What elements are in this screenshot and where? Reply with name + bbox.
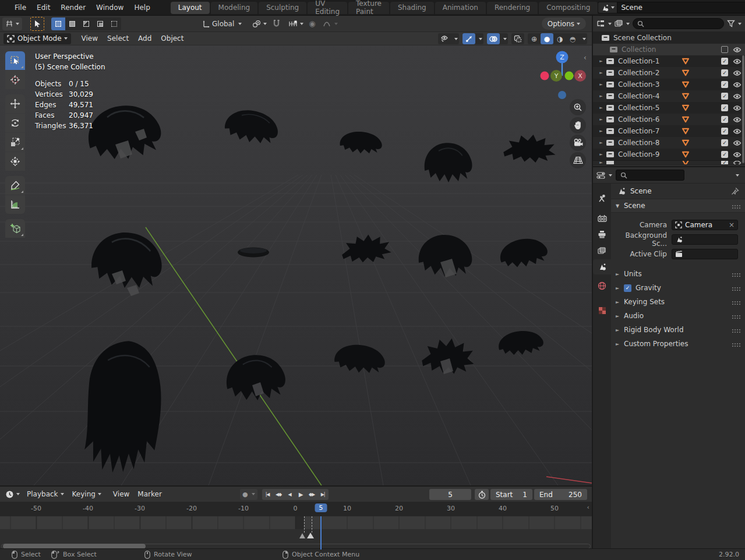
active-tool-indicator[interactable] [30,17,44,31]
hair-mesh[interactable] [83,339,164,475]
tab-compositing[interactable]: Compositing [539,2,598,14]
camera-view-button[interactable] [570,135,586,151]
outliner-row-scene-collection[interactable]: Scene Collection [593,32,745,44]
editor-type-button[interactable] [2,17,22,30]
expand-arrow-icon[interactable]: ► [596,105,606,110]
select-mode-intersect[interactable] [107,17,121,30]
tool-transform[interactable] [5,152,25,171]
timeline-track-area[interactable] [0,516,592,543]
panel-rigid-body-world[interactable]: ► Rigid Body World [611,323,745,337]
hide-eye-icon[interactable] [733,152,742,158]
outliner-row[interactable]: ► Collection-8 ✓ [593,137,745,149]
shading-rendered-button[interactable]: ◓ [566,33,579,44]
exclude-checkbox[interactable]: ✓ [721,69,728,76]
jump-to-start-button[interactable]: |◀ [262,489,273,500]
properties-editor-type-button[interactable] [596,171,612,179]
menu-render[interactable]: Render [55,3,91,12]
exclude-checkbox[interactable] [721,46,728,53]
outliner-scrollbar[interactable] [742,55,744,163]
exclude-checkbox[interactable]: ✓ [721,151,728,158]
tab-output[interactable] [593,227,611,242]
outliner-row[interactable]: ► Collection-7 ✓ [593,125,745,137]
hide-eye-icon[interactable] [733,140,742,146]
exclude-checkbox[interactable]: ✓ [721,104,728,111]
menu-file[interactable]: File [9,3,31,12]
expand-arrow-icon[interactable]: ► [596,129,606,133]
breadcrumb-scene[interactable]: Scene [630,187,652,195]
outliner-row[interactable]: ► Collection-5 ✓ [593,102,745,114]
shading-material-button[interactable]: ◑ [553,33,566,44]
menu-edit[interactable]: Edit [31,3,55,12]
exclude-checkbox[interactable]: ✓ [721,81,728,88]
panel-grip-icon[interactable] [732,301,733,302]
current-frame-field[interactable]: 5 [429,489,471,500]
visibility-dropdown[interactable] [438,33,459,44]
jump-to-end-button[interactable]: ▶| [317,489,329,500]
outliner-row[interactable]: ► Collection-9 ✓ [593,149,745,160]
hair-mesh[interactable] [340,131,383,155]
tab-animation[interactable]: Animation [435,2,486,14]
play-reverse-button[interactable]: ◀ [284,489,295,500]
scene-name-field[interactable]: Scene × [617,2,745,13]
hide-eye-icon[interactable] [733,128,742,135]
outliner-row-clipped[interactable]: ► ✓ [593,160,745,164]
region-collapse-icon[interactable]: ‹ [584,54,587,62]
exclude-checkbox[interactable]: ✓ [721,93,728,100]
menu-select[interactable]: Select [103,34,133,43]
menu-keying[interactable]: Keying [68,490,105,498]
snap-magnet-icon[interactable] [272,19,281,28]
tab-texture[interactable] [593,303,611,318]
hide-eye-icon[interactable] [733,105,742,111]
next-keyframe-button[interactable]: ◆▶ [306,489,317,500]
panel-keying-sets[interactable]: ► Keying Sets [611,295,745,309]
perspective-toggle-button[interactable] [570,152,586,168]
panel-grip-icon[interactable] [732,287,733,288]
panel-grip-icon[interactable] [732,273,733,274]
exclude-checkbox[interactable]: ✓ [721,139,728,146]
tab-texture-paint[interactable]: Texture Paint [348,2,389,14]
tool-move[interactable] [5,94,25,113]
expand-arrow-icon[interactable]: ► [596,152,606,157]
gravity-checkbox[interactable]: ✓ [624,284,631,292]
active-clip-field[interactable] [672,249,738,259]
show-overlays-toggle[interactable] [487,33,500,44]
tool-cursor[interactable] [5,71,25,89]
tab-tool[interactable] [593,191,611,206]
outliner-row[interactable]: ► Collection-1 ✓ [593,55,745,67]
gizmo-axis-neg-x[interactable] [541,72,549,80]
panel-gravity[interactable]: ► ✓ Gravity [611,281,745,295]
outliner-display-mode-button[interactable] [596,20,612,27]
tab-shading[interactable]: Shading [390,2,434,14]
tool-select-box[interactable] [5,51,25,70]
timeline-ruler[interactable]: -50 -40 -30 -20 -10 0 10 20 30 40 50 5 [0,502,592,516]
chevron-down-icon[interactable] [736,174,739,177]
panel-scene-header[interactable]: ▼ Scene [611,199,745,213]
hair-mesh[interactable] [497,235,549,271]
frame-start-field[interactable]: Start 1 [490,489,532,500]
exclude-checkbox[interactable]: ✓ [721,128,728,135]
tab-uv-editing[interactable]: UV Editing [308,2,347,14]
menu-help[interactable]: Help [129,3,155,12]
panel-grip-icon[interactable] [732,315,733,316]
hide-eye-icon[interactable] [733,58,742,65]
menu-view[interactable]: View [77,34,103,43]
hair-mesh[interactable] [340,233,392,266]
select-mode-invert[interactable] [93,17,107,30]
hair-mesh[interactable] [425,143,472,182]
outliner-filter-collection-button[interactable] [615,20,630,27]
outliner-row[interactable]: ► Collection-2 ✓ [593,67,745,79]
background-scene-field[interactable] [672,234,738,245]
expand-arrow-icon[interactable]: ► [596,140,606,145]
panel-grip-icon[interactable] [732,343,733,344]
tab-sculpting[interactable]: Sculpting [259,2,306,14]
xray-toggle[interactable] [511,33,524,44]
expand-arrow-icon[interactable]: ► [596,94,606,98]
hair-mesh[interactable] [503,135,555,163]
menu-marker[interactable]: Marker [133,490,165,498]
hide-eye-icon[interactable] [733,117,742,123]
expand-arrow-icon[interactable]: ► [596,117,606,122]
pivot-point-dropdown[interactable] [249,17,270,30]
outliner-row[interactable]: ► Collection-6 ✓ [593,114,745,125]
snap-target-dropdown[interactable] [285,17,306,30]
tool-add-cube[interactable] [5,219,25,238]
